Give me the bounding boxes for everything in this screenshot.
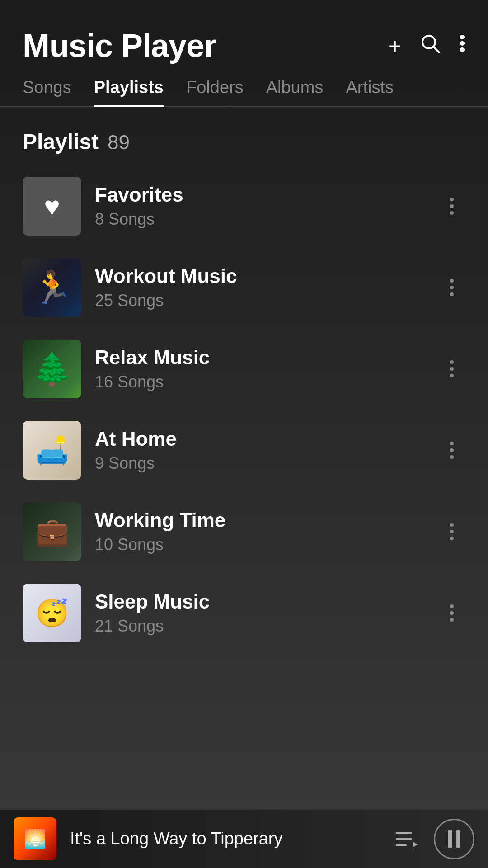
three-dots-icon	[450, 360, 454, 377]
pause-icon	[448, 830, 460, 848]
playlist-name: Working Time	[95, 509, 425, 532]
playlist-thumbnail-relax	[23, 340, 81, 398]
playlist-info-favorites: Favorites 8 Songs	[81, 184, 438, 229]
pause-button[interactable]	[434, 819, 474, 859]
playlist-name: Relax Music	[95, 346, 425, 369]
playlist-more-athome[interactable]	[438, 442, 465, 459]
search-button[interactable]	[419, 33, 441, 59]
playlist-header: Playlist 89	[0, 125, 488, 168]
svg-point-3	[460, 41, 465, 46]
playlist-thumbnail-athome	[23, 421, 81, 480]
list-item[interactable]: Relax Music 16 Songs	[14, 330, 474, 407]
svg-point-2	[460, 35, 465, 39]
playlist-name: Favorites	[95, 184, 425, 206]
three-dots-icon	[450, 442, 454, 459]
playlist-more-favorites[interactable]	[438, 198, 465, 215]
heart-icon: ♥	[44, 191, 60, 222]
playlist-song-count: 25 Songs	[95, 291, 425, 310]
playlist-song-count: 21 Songs	[95, 617, 425, 636]
playlist-song-count: 8 Songs	[95, 210, 425, 229]
overflow-menu-button[interactable]	[459, 33, 465, 59]
list-item[interactable]: Sleep Music 21 Songs	[14, 575, 474, 651]
list-item[interactable]: Working Time 10 Songs	[14, 493, 474, 570]
playlist-more-relax[interactable]	[438, 360, 465, 377]
tab-albums[interactable]: Albums	[266, 78, 324, 106]
list-item[interactable]: Workout Music 25 Songs	[14, 249, 474, 326]
svg-marker-8	[413, 842, 418, 847]
playlist-list: ♥ Favorites 8 Songs Workout Music 25 Son…	[0, 168, 488, 651]
playlist-song-count: 16 Songs	[95, 373, 425, 392]
playlist-more-workout[interactable]	[438, 279, 465, 296]
playlist-thumbnail-favorites: ♥	[23, 177, 81, 236]
tab-folders[interactable]: Folders	[186, 78, 244, 106]
three-dots-icon	[450, 279, 454, 296]
list-item[interactable]: At Home 9 Songs	[14, 412, 474, 489]
playlist-count: 89	[108, 131, 130, 154]
tab-playlists[interactable]: Playlists	[94, 78, 164, 106]
playlist-info-working: Working Time 10 Songs	[81, 509, 438, 554]
tab-songs[interactable]: Songs	[23, 78, 71, 106]
playlist-info-athome: At Home 9 Songs	[81, 428, 438, 473]
playlist-more-working[interactable]	[438, 523, 465, 540]
playlist-info-sleep: Sleep Music 21 Songs	[81, 590, 438, 636]
queue-button[interactable]	[393, 826, 420, 853]
now-playing-title: It's a Long Way to Tipperary	[70, 829, 380, 849]
tabs: Songs Playlists Folders Albums Artists	[0, 78, 488, 107]
svg-line-1	[433, 47, 439, 52]
header: Music Player +	[0, 0, 488, 78]
now-playing-thumb-emoji: 🌅	[24, 828, 47, 849]
playlist-song-count: 10 Songs	[95, 535, 425, 554]
playlist-name: At Home	[95, 428, 425, 450]
three-dots-icon	[450, 604, 454, 622]
playlist-more-sleep[interactable]	[438, 604, 465, 622]
header-actions: +	[389, 33, 465, 59]
svg-point-4	[460, 47, 465, 52]
now-playing-bar: 🌅 It's a Long Way to Tipperary	[0, 809, 488, 868]
playlist-thumbnail-sleep	[23, 584, 81, 642]
playlist-name: Sleep Music	[95, 590, 425, 613]
playlist-info-relax: Relax Music 16 Songs	[81, 346, 438, 392]
playlist-info-workout: Workout Music 25 Songs	[81, 265, 438, 310]
list-item[interactable]: ♥ Favorites 8 Songs	[14, 168, 474, 245]
add-button[interactable]: +	[389, 33, 401, 58]
now-playing-thumbnail[interactable]: 🌅	[14, 817, 56, 860]
playlist-name: Workout Music	[95, 265, 425, 288]
playlist-label: Playlist	[23, 129, 99, 154]
three-dots-icon	[450, 198, 454, 215]
tab-artists[interactable]: Artists	[346, 78, 394, 106]
app-title: Music Player	[23, 27, 216, 64]
three-dots-icon	[450, 523, 454, 540]
playlist-song-count: 9 Songs	[95, 454, 425, 473]
playlist-thumbnail-working	[23, 502, 81, 561]
playlist-thumbnail-workout	[23, 258, 81, 317]
